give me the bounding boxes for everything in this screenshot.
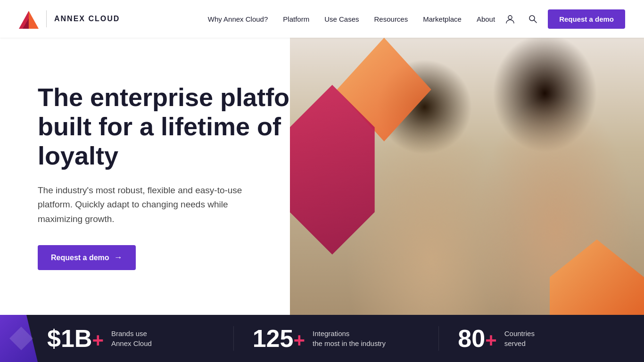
svg-line-6 (534, 20, 537, 23)
hero-cta-arrow-icon: → (114, 253, 123, 263)
stats-text-brands: Brands use Annex Cloud (111, 329, 152, 348)
nav-about[interactable]: About (477, 15, 495, 23)
nav-marketplace[interactable]: Marketplace (423, 15, 462, 23)
user-icon (505, 14, 515, 24)
nav-why-annex[interactable]: Why Annex Cloud? (208, 15, 268, 23)
site-header: ANNEX CLOUD Why Annex Cloud? Platform Us… (0, 0, 644, 38)
nav-icon-group (503, 11, 540, 26)
hero-cta-label: Request a demo (51, 254, 109, 262)
nav-resources[interactable]: Resources (374, 15, 408, 23)
nav-use-cases[interactable]: Use Cases (324, 15, 359, 23)
logo-text: ANNEX CLOUD (54, 15, 120, 23)
header-cta-button[interactable]: Request a demo (548, 9, 625, 29)
stats-diamond-shape (9, 327, 33, 350)
logo-link[interactable]: ANNEX CLOUD (19, 9, 120, 29)
logo-divider (46, 10, 47, 27)
svg-point-5 (529, 16, 535, 21)
stats-number-brands: $1B+ (47, 326, 104, 351)
stats-number-integrations: 125+ (253, 326, 305, 351)
stats-text-integrations: Integrations the most in the industry (313, 329, 386, 348)
logo-icon (19, 9, 39, 29)
stats-item-brands: $1B+ Brands use Annex Cloud (0, 326, 234, 351)
svg-marker-2 (29, 11, 39, 29)
stats-text-countries: Countries served (504, 329, 535, 348)
hero-cta-button[interactable]: Request a demo → (38, 245, 136, 270)
svg-point-4 (508, 16, 512, 19)
hero-section: The enterprise platform built for a life… (0, 38, 644, 315)
stats-item-integrations: 125+ Integrations the most in the indust… (234, 326, 439, 351)
main-nav: Why Annex Cloud? Platform Use Cases Reso… (208, 15, 495, 23)
stats-item-countries: 80+ Countries served (439, 326, 644, 351)
hero-image-area (290, 38, 644, 315)
hero-subtitle: The industry's most robust, flexible and… (38, 183, 264, 226)
search-icon-button[interactable] (525, 11, 540, 26)
login-icon-button[interactable] (503, 11, 518, 26)
stats-number-countries: 80+ (458, 326, 496, 351)
nav-platform[interactable]: Platform (283, 15, 309, 23)
stats-bar: $1B+ Brands use Annex Cloud 125+ Integra… (0, 315, 644, 362)
search-icon (528, 14, 537, 24)
